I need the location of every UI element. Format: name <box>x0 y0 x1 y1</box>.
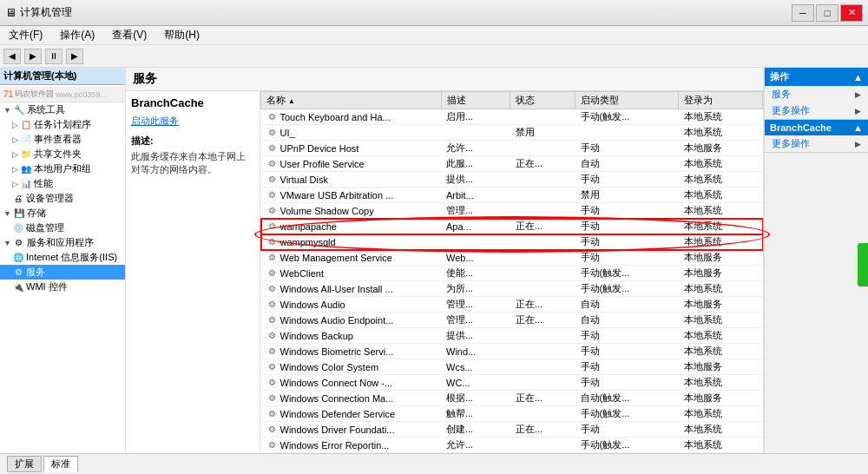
table-row[interactable]: ⚙ wampapache Apa... 正在... 手动 本地系统 <box>261 219 763 234</box>
branchcache-title: BranchCache <box>131 96 254 109</box>
cell-status <box>510 234 575 250</box>
table-row[interactable]: ⚙ UPnP Device Host 允许... 手动 本地服务 <box>261 141 763 156</box>
table-row[interactable]: ⚙ VMware USB Arbitration ... Arbit... 禁用… <box>261 188 763 203</box>
tab-standard[interactable]: 标准 <box>43 456 78 472</box>
table-row[interactable]: ⚙ Windows Audio 管理... 正在... 自动 本地服务 <box>261 297 763 313</box>
cell-startup: 手动(触发... <box>575 109 679 125</box>
actions-collapse-icon[interactable]: ▲ <box>853 72 863 82</box>
tree-item-performance[interactable]: ▷ 📊 性能 <box>0 176 125 191</box>
table-row[interactable]: ⚙ Volume Shadow Copy 管理... 手动 本地系统 <box>261 203 763 219</box>
expand-icon: ▼ <box>3 106 11 115</box>
task-icon: 📋 <box>20 119 32 131</box>
action-more-ops2[interactable]: 更多操作 ▶ <box>765 135 868 152</box>
cell-logon: 本地系统 <box>679 188 763 203</box>
tree-item-local-users[interactable]: ▷ 👥 本地用户和组 <box>0 161 125 176</box>
table-row[interactable]: ⚙ Windows All-User Install ... 为所... 手动(… <box>261 281 763 297</box>
table-row[interactable]: ⚙ UI_ 禁用 本地系统 <box>261 125 763 141</box>
tree-item-device-manager[interactable]: 🖨 设备管理器 <box>0 191 125 206</box>
col-logon[interactable]: 登录为 <box>679 92 763 109</box>
table-row[interactable]: ⚙ Touch Keyboard and Ha... 启用... 手动(触发..… <box>261 109 763 125</box>
cell-desc: 此服... <box>441 156 510 172</box>
tree-header: 计算机管理(本地) <box>0 68 125 85</box>
tree-label11: Internet 信息服务(IIS) <box>26 251 117 264</box>
cell-desc: Wcs... <box>441 359 510 375</box>
table-row[interactable]: ⚙ Windows Driver Foundati... 创建... 正在...… <box>261 422 763 438</box>
cell-logon: 本地系统 <box>679 156 763 172</box>
service-icon: ⚙ <box>266 408 279 420</box>
action-more-ops1[interactable]: 更多操作 ▶ <box>765 102 868 119</box>
service-icon: ⚙ <box>266 267 279 280</box>
title-bar-left: 🖥 计算机管理 <box>5 5 72 20</box>
col-name[interactable]: 名称 ▲ <box>261 92 442 109</box>
start-service-link[interactable]: 启动此服务 <box>131 115 254 128</box>
tree-label5: 本地用户和组 <box>34 162 91 175</box>
cell-name: ⚙ Windows Audio Endpoint... <box>261 313 442 328</box>
table-row[interactable]: ⚙ WebClient 使能... 手动(触发... 本地服务 <box>261 266 763 281</box>
table-row[interactable]: ⚙ Windows Audio Endpoint... 管理... 正在... … <box>261 313 763 328</box>
pause-button[interactable]: ⏸ <box>45 49 62 64</box>
tab-extended[interactable]: 扩展 <box>7 456 42 472</box>
tree-item-iis[interactable]: 🌐 Internet 信息服务(IIS) <box>0 250 125 265</box>
menu-view[interactable]: 查看(V) <box>107 26 152 44</box>
table-row[interactable]: ⚙ Windows Color System Wcs... 手动 本地服务 <box>261 359 763 375</box>
users-icon: 👥 <box>20 163 32 175</box>
cell-status: 正在... <box>510 156 575 172</box>
table-row[interactable]: ⚙ Windows Defender Service 触帮... 手动(触发..… <box>261 406 763 422</box>
service-icon: ⚙ <box>266 142 279 155</box>
play-button[interactable]: ▶ <box>66 49 83 64</box>
table-row[interactable]: ⚙ Windows Error Reportin... 允许... 手动(触发.… <box>261 438 763 453</box>
tree-item-system-tools[interactable]: ▼ 🔧 系统工具 <box>0 102 125 117</box>
cell-logon: 本地系统 <box>679 125 763 141</box>
cell-startup: 手动 <box>575 422 679 438</box>
table-row[interactable]: ⚙ Windows Biometric Servi... Wind... 手动 … <box>261 344 763 359</box>
table-row[interactable]: ⚙ Windows Connection Ma... 根据... 正在... 自… <box>261 391 763 406</box>
col-startup[interactable]: 启动类型 <box>575 92 679 109</box>
forward-button[interactable]: ▶ <box>24 49 42 64</box>
cell-desc: Wind... <box>441 344 510 359</box>
tree-item-services-apps[interactable]: ▼ ⚙ 服务和应用程序 <box>0 235 125 250</box>
table-row[interactable]: ⚙ Windows Connect Now -... WC... 手动 本地系统 <box>261 375 763 391</box>
cell-startup: 手动 <box>575 234 679 250</box>
action-services[interactable]: 服务 ▶ <box>765 86 868 102</box>
tree-item-services[interactable]: ⚙ 服务 <box>0 265 125 280</box>
menu-help[interactable]: 帮助(H) <box>159 26 205 44</box>
cell-status: 正在... <box>510 422 575 438</box>
tree-label2: 任务计划程序 <box>34 118 91 131</box>
cell-desc: Arbit... <box>441 188 510 203</box>
expand-icon2: ▷ <box>12 121 18 129</box>
tree-item-wmi[interactable]: 🔌 WMI 控件 <box>0 280 125 294</box>
cell-name: ⚙ Windows Error Reportin... <box>261 438 442 453</box>
cell-status: 禁用 <box>510 125 575 141</box>
minimize-button[interactable]: ─ <box>792 4 814 22</box>
back-button[interactable]: ◀ <box>3 49 21 64</box>
close-button[interactable]: ✕ <box>840 4 863 22</box>
service-icon: ⚙ <box>266 361 279 373</box>
table-row[interactable]: ⚙ Virtual Disk 提供... 手动 本地系统 <box>261 172 763 188</box>
table-row[interactable]: ⚙ Web Management Service Web... 手动 本地服务 <box>261 250 763 266</box>
menu-file[interactable]: 文件(F) <box>3 26 48 44</box>
table-row[interactable]: ⚙ wampmysqld 手动 本地系统 <box>261 234 763 250</box>
app-icon: 🖥 <box>5 6 16 19</box>
table-row[interactable]: ⚙ Windows Event Collector 允许... 手动 网络服务 <box>261 453 763 454</box>
tree-item-task-scheduler[interactable]: ▷ 📋 任务计划程序 <box>0 117 125 132</box>
service-icon: ⚙ <box>266 158 279 170</box>
cell-status: 正在... <box>510 219 575 234</box>
table-row[interactable]: ⚙ Windows Backup 提供... 手动 本地系统 <box>261 328 763 344</box>
col-status[interactable]: 状态 <box>510 92 575 109</box>
menu-action[interactable]: 操作(A) <box>55 26 100 44</box>
tree-item-event-viewer[interactable]: ▷ 📄 事件查看器 <box>0 132 125 147</box>
cell-logon: 本地系统 <box>679 313 763 328</box>
tree-content: 71 码农软件园 www.pc0359... ▼ 🔧 系统工具 ▷ 📋 任务计划… <box>0 85 125 453</box>
maximize-button[interactable]: □ <box>816 4 838 22</box>
menu-bar: 文件(F) 操作(A) 查看(V) 帮助(H) <box>0 26 868 45</box>
cell-desc: 触帮... <box>441 406 510 422</box>
services-title: 服务 <box>133 71 157 87</box>
tree-item-storage[interactable]: ▼ 💾 存储 <box>0 206 125 221</box>
tree-item-disk-mgmt[interactable]: 💿 磁盘管理 <box>0 221 125 235</box>
branchcache-collapse-icon[interactable]: ▲ <box>853 122 863 133</box>
tree-item-shared-folders[interactable]: ▷ 📁 共享文件夹 <box>0 147 125 161</box>
iis-icon: 🌐 <box>12 252 24 264</box>
col-desc[interactable]: 描述 <box>441 92 510 109</box>
tree-label7: 设备管理器 <box>26 192 74 205</box>
table-row[interactable]: ⚙ User Profile Service 此服... 正在... 自动 本地… <box>261 156 763 172</box>
